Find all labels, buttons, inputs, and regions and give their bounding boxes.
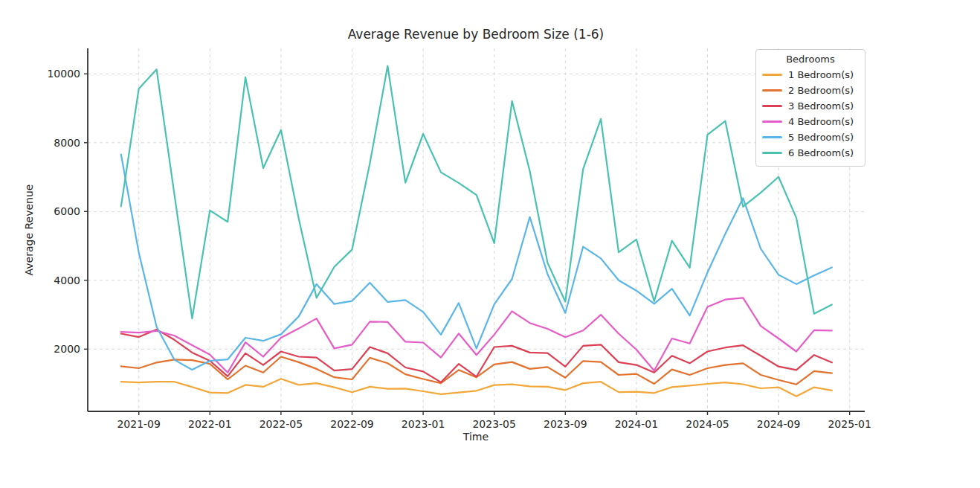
x-tick-label: 2024-09 bbox=[757, 418, 801, 430]
legend-label: 1 Bedroom(s) bbox=[788, 69, 854, 80]
y-tick-label: 4000 bbox=[54, 274, 80, 286]
legend-label: 5 Bedroom(s) bbox=[788, 132, 854, 143]
y-tick-label: 2000 bbox=[54, 343, 80, 355]
legend-swatch-1-bedroom-icon bbox=[762, 74, 782, 76]
grid-lines bbox=[88, 48, 865, 411]
tick-labels: 2021-092022-012022-052022-092023-012023-… bbox=[47, 68, 871, 430]
x-tick-label: 2024-05 bbox=[686, 418, 729, 430]
legend-label: 2 Bedroom(s) bbox=[788, 85, 854, 96]
legend-label: 3 Bedroom(s) bbox=[788, 100, 854, 112]
legend-label: 6 Bedroom(s) bbox=[788, 147, 854, 158]
legend-swatch-2-bedroom-icon bbox=[762, 89, 782, 92]
x-tick-label: 2021-09 bbox=[117, 418, 161, 430]
legend-label: 4 Bedroom(s) bbox=[788, 116, 854, 127]
legend-item-1-bedroom: 1 Bedroom(s) bbox=[762, 67, 859, 83]
legend-box: Bedrooms 1 Bedroom(s) 2 Bedroom(s) 3 Bed… bbox=[755, 49, 865, 167]
legend-title: Bedrooms bbox=[762, 54, 859, 65]
chart-title: Average Revenue by Bedroom Size (1-6) bbox=[348, 27, 605, 42]
x-tick-label: 2023-01 bbox=[402, 418, 445, 430]
legend-item-6-bedroom: 6 Bedroom(s) bbox=[762, 145, 859, 161]
legend-swatch-5-bedroom-icon bbox=[762, 136, 782, 138]
series-line-4-bedroom-s- bbox=[121, 298, 832, 372]
series-line-5-bedroom-s- bbox=[121, 155, 832, 370]
legend-item-2-bedroom: 2 Bedroom(s) bbox=[762, 83, 859, 98]
series-line-3-bedroom-s- bbox=[121, 330, 832, 382]
y-tick-label: 10000 bbox=[47, 68, 80, 80]
y-tick-label: 6000 bbox=[54, 205, 80, 217]
x-tick-label: 2023-09 bbox=[544, 418, 587, 430]
x-axis-label: Time bbox=[462, 431, 489, 443]
legend-item-3-bedroom: 3 Bedroom(s) bbox=[762, 98, 859, 114]
legend-swatch-3-bedroom-icon bbox=[762, 105, 782, 107]
series-line-2-bedroom-s- bbox=[121, 357, 832, 385]
legend-item-4-bedroom: 4 Bedroom(s) bbox=[762, 114, 859, 129]
legend-swatch-4-bedroom-icon bbox=[762, 121, 782, 123]
y-axis-label: Average Revenue bbox=[23, 184, 35, 276]
legend-item-5-bedroom: 5 Bedroom(s) bbox=[762, 129, 859, 145]
chart-figure: 2021-092022-012022-052022-092023-012023-… bbox=[0, 0, 980, 488]
series-line-1-bedroom-s- bbox=[121, 379, 832, 396]
x-tick-label: 2022-05 bbox=[259, 418, 303, 430]
x-tick-label: 2023-05 bbox=[472, 418, 516, 430]
x-tick-label: 2022-09 bbox=[330, 418, 374, 430]
data-series-lines bbox=[121, 66, 832, 396]
legend-swatch-6-bedroom-icon bbox=[762, 152, 782, 154]
y-tick-label: 8000 bbox=[54, 137, 80, 149]
x-tick-label: 2024-01 bbox=[615, 418, 659, 430]
x-tick-label: 2025-01 bbox=[828, 418, 871, 430]
axes bbox=[84, 48, 865, 415]
x-tick-label: 2022-01 bbox=[188, 418, 232, 430]
